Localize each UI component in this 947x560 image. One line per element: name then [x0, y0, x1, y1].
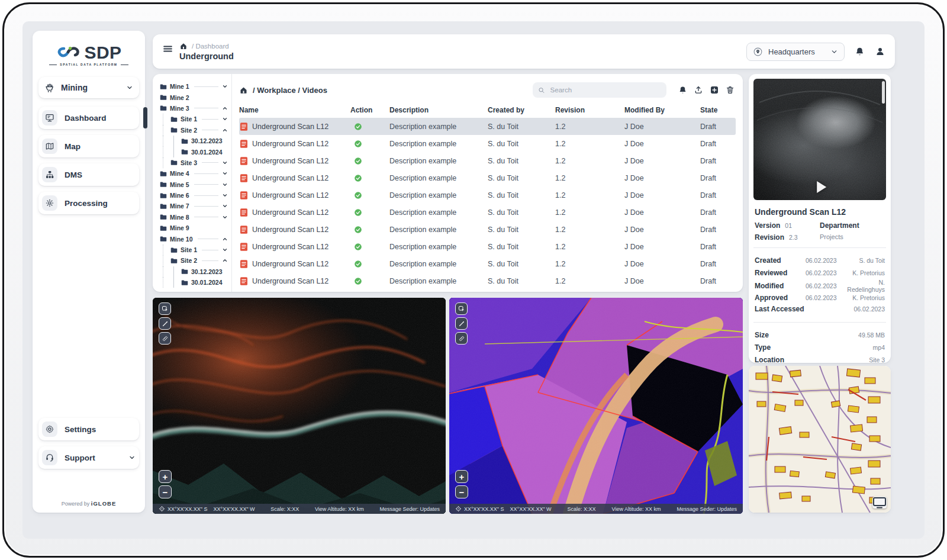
measure-icon[interactable] — [159, 317, 171, 330]
chevron-down-icon[interactable] — [222, 192, 228, 198]
sidebar-item-settings[interactable]: Settings — [38, 418, 139, 440]
location-selector[interactable]: Headquarters — [746, 43, 845, 61]
map-preview[interactable] — [749, 366, 891, 513]
home-icon[interactable] — [179, 42, 188, 50]
chevron-down-icon[interactable] — [222, 83, 228, 89]
cell-description: Description example — [389, 174, 488, 182]
tree-item[interactable]: 30.12.2023 — [157, 136, 228, 146]
table-row[interactable]: Underground Scan L12Description exampleS… — [239, 118, 736, 135]
select-icon[interactable] — [159, 302, 171, 315]
chevron-up-icon[interactable] — [222, 258, 228, 263]
table-row[interactable]: Underground Scan L12Description exampleS… — [239, 135, 736, 152]
column-header[interactable]: State — [700, 106, 736, 114]
sidebar-item-support[interactable]: Support — [38, 446, 139, 469]
search-input[interactable] — [549, 86, 661, 94]
zoom-in-icon[interactable]: + — [455, 470, 468, 483]
tree-item[interactable]: Mine 6 — [157, 190, 228, 201]
chevron-up-icon[interactable] — [222, 236, 228, 242]
column-header[interactable]: Created by — [488, 106, 555, 114]
tree-item[interactable]: Mine 9 — [157, 223, 228, 233]
chevron-down-icon[interactable] — [222, 160, 228, 166]
cell-created-by: S. du Toit — [488, 157, 555, 165]
table-row[interactable]: Underground Scan L12Description exampleS… — [239, 204, 736, 221]
meta-row: Modified06.02.2023N. Redelinghuys — [753, 279, 886, 291]
zoom-in-icon[interactable]: + — [159, 470, 172, 483]
sidebar-item-dms[interactable]: DMS — [38, 163, 139, 186]
delete-icon[interactable] — [726, 85, 735, 95]
chevron-down-icon[interactable] — [222, 214, 228, 220]
column-header[interactable]: Revision — [555, 106, 624, 114]
sidebar-item-processing[interactable]: Processing — [38, 192, 139, 214]
chevron-down-icon[interactable] — [222, 116, 228, 122]
tree-item[interactable]: 30.01.2024 — [157, 146, 228, 157]
tree-item[interactable]: 30.01.2024 — [157, 277, 228, 288]
folder-icon — [160, 214, 167, 220]
chevron-down-icon[interactable] — [222, 170, 228, 176]
column-header[interactable]: Action — [350, 106, 389, 114]
user-icon[interactable] — [875, 46, 885, 57]
chevron-down-icon[interactable] — [222, 247, 228, 253]
tree-item[interactable]: Site 3 — [157, 157, 228, 168]
tree-item[interactable]: Mine 10 — [157, 233, 228, 244]
tree-item[interactable]: Mine 8 — [157, 212, 228, 223]
column-header[interactable]: Description — [389, 106, 488, 114]
chevron-up-icon[interactable] — [222, 105, 228, 111]
chevron-up-icon[interactable] — [222, 127, 228, 133]
tree-item[interactable]: Mine 2 — [157, 92, 228, 102]
table-row[interactable]: Underground Scan L12Description exampleS… — [239, 255, 736, 272]
chevron-down-icon[interactable] — [222, 182, 228, 188]
column-header[interactable]: Modified By — [624, 106, 700, 114]
ruler-icon[interactable] — [455, 332, 468, 345]
menu-icon[interactable] — [162, 43, 173, 54]
sidebar-item-map[interactable]: Map — [38, 135, 139, 157]
tree-item[interactable]: Mine 7 — [157, 201, 228, 211]
workspace-selector[interactable]: Mining — [38, 77, 139, 98]
tree-item-label: Mine 10 — [170, 236, 193, 243]
subscribe-bell-icon[interactable] — [678, 85, 687, 95]
sidebar-item-dashboard[interactable]: Dashboard — [38, 107, 139, 129]
video-preview[interactable] — [753, 79, 886, 200]
table-row[interactable]: Underground Scan L12Description exampleS… — [239, 238, 736, 255]
cell-description: Description example — [389, 226, 488, 234]
tree-item[interactable]: 30.12.2023 — [157, 266, 228, 277]
table-row[interactable]: Underground Scan L12Description exampleS… — [239, 272, 736, 289]
breadcrumb[interactable]: / Dashboard — [192, 43, 229, 50]
map-canvas[interactable] — [749, 366, 891, 513]
geology-canvas[interactable] — [449, 298, 743, 514]
folder-icon — [160, 181, 167, 188]
sidebar-item-label: Processing — [65, 199, 136, 208]
tree-item[interactable]: Site 1 — [157, 114, 228, 124]
point-cloud-canvas[interactable] — [153, 298, 446, 514]
viewer-geology-model[interactable]: + − XX°XX'XX.XX" S XX°XX'XX.XX" W Scale:… — [449, 298, 743, 514]
zoom-out-icon[interactable]: − — [455, 485, 468, 498]
viewer-point-cloud[interactable]: + − XX°XX'XX.XX" S XX°XX'XX.XX" W Scale:… — [153, 298, 446, 514]
table-row[interactable]: Underground Scan L12Description exampleS… — [239, 169, 736, 186]
bell-icon[interactable] — [855, 46, 865, 57]
tree-item[interactable]: Mine 3 — [157, 103, 228, 114]
ruler-icon[interactable] — [159, 332, 171, 345]
column-header[interactable]: Name — [239, 106, 350, 114]
chevron-down-icon — [830, 48, 838, 56]
tree-item[interactable]: Mine 4 — [157, 168, 228, 179]
tree-item[interactable]: Site 1 — [157, 244, 228, 255]
tree-item[interactable]: Site 2 — [157, 125, 228, 136]
folder-icon — [181, 268, 188, 275]
tree-item[interactable]: Mine 5 — [157, 179, 228, 190]
tree-item[interactable]: Mine 1 — [157, 81, 228, 92]
viewer-lat: XX°XX'XX.XX" S — [464, 506, 504, 512]
add-icon[interactable] — [710, 85, 719, 95]
table-row[interactable]: Underground Scan L12Description exampleS… — [239, 152, 736, 169]
measure-icon[interactable] — [455, 317, 468, 330]
play-icon[interactable] — [817, 181, 826, 193]
scrollbar[interactable] — [882, 81, 885, 104]
search-box[interactable] — [533, 82, 666, 98]
table-row[interactable]: Underground Scan L12Description exampleS… — [239, 186, 736, 204]
select-icon[interactable] — [455, 302, 468, 315]
cell-modified-by: J Doe — [624, 140, 700, 148]
screen-share-icon[interactable] — [872, 497, 887, 508]
zoom-out-icon[interactable]: − — [159, 485, 172, 498]
upload-icon[interactable] — [694, 85, 703, 95]
table-row[interactable]: Underground Scan L12Description exampleS… — [239, 221, 736, 238]
chevron-down-icon[interactable] — [222, 203, 228, 209]
tree-item[interactable]: Site 2 — [157, 255, 228, 266]
